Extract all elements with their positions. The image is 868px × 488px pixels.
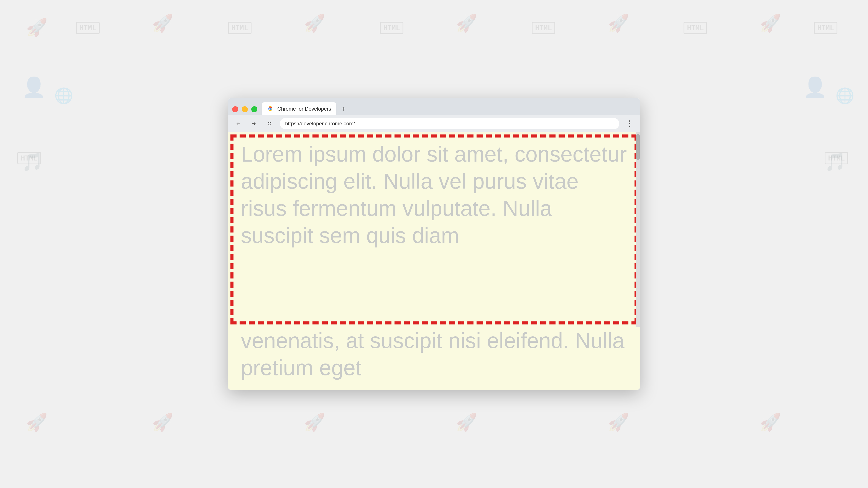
- new-tab-button[interactable]: +: [339, 104, 348, 113]
- browser-menu-button[interactable]: [624, 119, 635, 129]
- scrollbar[interactable]: [636, 132, 640, 327]
- active-tab[interactable]: Chrome for Developers: [262, 102, 336, 116]
- tab-title: Chrome for Developers: [277, 106, 331, 112]
- bg-person-icon-2: 👤: [803, 76, 827, 99]
- svg-point-4: [270, 108, 272, 110]
- html-badge-2: HTML: [228, 22, 251, 34]
- bg-bottom-icon-5: 🚀: [608, 412, 629, 432]
- minimize-button[interactable]: [242, 106, 248, 112]
- url-bar[interactable]: https://developer.chrome.com/: [280, 118, 619, 129]
- html-badge-5: HTML: [684, 22, 707, 34]
- menu-dot-2: [629, 123, 630, 124]
- bg-rocket-icon: 🚀: [26, 18, 48, 38]
- below-fold-content: venenatis, at suscipit nisi eleifend. Nu…: [228, 327, 640, 390]
- maximize-button[interactable]: [251, 106, 257, 112]
- chrome-favicon: [267, 105, 274, 112]
- below-fold-text: venenatis, at suscipit nisi eleifend. Nu…: [241, 327, 627, 381]
- forward-button[interactable]: [249, 119, 259, 129]
- html-badge-6: HTML: [814, 22, 837, 34]
- window-controls: [232, 106, 257, 112]
- scrollbar-thumb[interactable]: [636, 134, 640, 160]
- browser-wrapper: Chrome for Developers +: [228, 98, 640, 390]
- lorem-ipsum-text: Lorem ipsum dolor sit amet, consectetur …: [228, 132, 640, 258]
- bg-globe-icon: 🌐: [54, 87, 73, 104]
- html-badge-side-2: HTML: [825, 152, 848, 164]
- tab-bar: Chrome for Developers +: [262, 98, 636, 116]
- html-badge-1: HTML: [76, 22, 100, 34]
- refresh-icon: [267, 121, 272, 126]
- close-button[interactable]: [232, 106, 238, 112]
- bg-person-icon: 👤: [22, 76, 46, 99]
- bg-bottom-icon-1: 🚀: [26, 412, 48, 432]
- back-button[interactable]: [233, 119, 244, 129]
- bg-rocket-icon-5: 🚀: [608, 13, 629, 33]
- title-bar: Chrome for Developers +: [228, 98, 640, 116]
- forward-icon: [251, 121, 256, 126]
- address-bar: https://developer.chrome.com/: [228, 116, 640, 132]
- back-icon: [236, 121, 241, 126]
- page-content: Lorem ipsum dolor sit amet, consectetur …: [228, 132, 640, 327]
- bg-rocket-icon-3: 🚀: [304, 13, 326, 33]
- url-text: https://developer.chrome.com/: [285, 121, 355, 127]
- bg-rocket-icon-4: 🚀: [456, 13, 477, 33]
- browser-window: Chrome for Developers +: [228, 98, 640, 390]
- bg-globe-icon-2: 🌐: [835, 87, 854, 104]
- bg-bottom-icon-4: 🚀: [456, 412, 477, 432]
- bg-rocket-icon-6: 🚀: [760, 13, 781, 33]
- bg-rocket-icon-2: 🚀: [152, 13, 174, 33]
- html-badge-side-1: HTML: [18, 152, 41, 164]
- html-badge-4: HTML: [532, 22, 555, 34]
- bg-bottom-icon-3: 🚀: [304, 412, 326, 432]
- bg-bottom-icon-2: 🚀: [152, 412, 174, 432]
- menu-dot-3: [629, 126, 630, 127]
- refresh-button[interactable]: [264, 119, 275, 129]
- html-badge-3: HTML: [380, 22, 403, 34]
- menu-dot-1: [629, 120, 630, 122]
- bg-bottom-icon-6: 🚀: [760, 412, 781, 432]
